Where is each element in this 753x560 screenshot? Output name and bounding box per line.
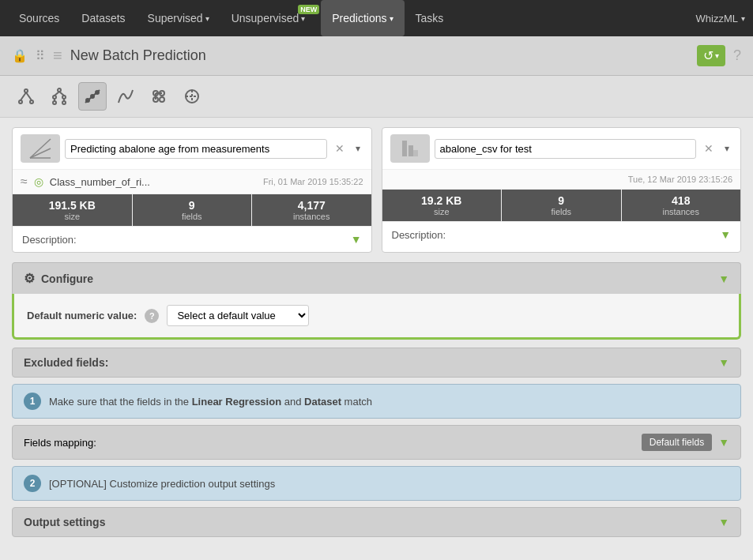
model-type-toolbar [0, 76, 753, 118]
model-description-toggle[interactable]: ▼ [351, 233, 362, 246]
configure-bar-left: ⚙ Configure [24, 271, 93, 286]
info-text-1: Make sure that the fields in the Linear … [49, 396, 372, 408]
dataset-fields-label: fields [505, 207, 618, 216]
nav-tasks[interactable]: Tasks [405, 0, 455, 36]
dataset-stats-row: 19.2 KB size 9 fields 418 instances [382, 190, 741, 222]
model-stats-row: 191.5 KB size 9 fields 4,177 instances [13, 194, 371, 227]
nav-predictions[interactable]: Predictions ▾ [321, 0, 404, 36]
info-bar-2: 2 [OPTIONAL] Customize prediction output… [12, 466, 741, 501]
svg-line-3 [21, 92, 26, 100]
fields-mapping-bar[interactable]: Fields mapping: Default fields ▼ [12, 425, 741, 460]
user-label: WhizzML [696, 13, 738, 24]
help-icon[interactable]: ? [145, 309, 159, 323]
help-icon[interactable]: ? [733, 47, 741, 64]
configure-content: Default numeric value: ? Select a defaul… [12, 294, 741, 340]
toolbar-curve[interactable] [111, 82, 140, 111]
toolbar-network[interactable] [12, 82, 40, 111]
dataset-clear-button[interactable]: ✕ [701, 142, 717, 155]
default-value-select[interactable]: Select a default value [167, 305, 309, 326]
main-content: ✕ ▾ ≈ ◎ Class_number_of_ri... Fri, 01 Ma… [0, 118, 753, 559]
step-number-1: 1 [24, 393, 41, 410]
dataset-stat-size: 19.2 KB size [382, 190, 503, 221]
dataset-info-row: Tue, 12 Mar 2019 23:15:26 [382, 170, 741, 190]
svg-point-15 [86, 99, 89, 102]
toolbar-tree[interactable] [45, 82, 73, 111]
dataset-dropdown-button[interactable]: ▾ [721, 143, 732, 154]
nav-predictions-label: Predictions [332, 12, 386, 24]
svg-line-10 [55, 92, 59, 96]
info-bar-1: 1 Make sure that the fields in the Linea… [12, 384, 741, 419]
model-stat-instances: 4,177 instances [252, 194, 371, 226]
configure-label: Configure [41, 272, 93, 285]
info-text-2: [OPTIONAL] Customize prediction output s… [49, 478, 275, 490]
toolbar-anomaly[interactable] [178, 82, 206, 111]
refresh-dropdown-icon: ▾ [715, 51, 719, 60]
dataset-stat-instances: 418 instances [622, 190, 741, 221]
output-settings-toggle[interactable]: ▼ [718, 516, 729, 528]
dataset-size-value: 19.2 KB [386, 194, 499, 207]
dataset-instances-value: 418 [625, 194, 738, 207]
model-select-input[interactable] [65, 139, 327, 159]
svg-line-27 [30, 139, 51, 158]
configure-gear-icon: ⚙ [24, 271, 35, 286]
linear-regression-bold: Linear Regression [192, 396, 281, 408]
fields-mapping-right: Default fields ▼ [642, 434, 729, 451]
fields-mapping-toggle[interactable]: ▼ [718, 436, 729, 449]
model-panel-header: ✕ ▾ [13, 128, 371, 170]
dataset-panel-header: ✕ ▾ [382, 128, 741, 170]
nav-unsupervised[interactable]: Unsupervised NEW ▾ [220, 0, 322, 36]
svg-line-4 [26, 92, 32, 100]
model-fields-label: fields [136, 212, 249, 221]
excluded-fields-bar[interactable]: Excluded fields: ▼ [12, 348, 741, 378]
svg-point-2 [30, 100, 33, 103]
step-number-2: 2 [24, 475, 41, 492]
model-info-icon: ≈ [21, 175, 28, 189]
model-info-row: ≈ ◎ Class_number_of_ri... Fri, 01 Mar 20… [13, 170, 371, 194]
model-dropdown-button[interactable]: ▾ [352, 143, 363, 154]
configure-section-bar[interactable]: ⚙ Configure ▼ [12, 262, 741, 294]
dataset-date: Tue, 12 Mar 2019 23:15:26 [628, 175, 732, 184]
model-size-value: 191.5 KB [16, 199, 129, 212]
svg-point-1 [19, 100, 22, 103]
dataset-select-input[interactable] [435, 139, 697, 159]
info-middle: and [281, 396, 304, 408]
dataset-description-toggle[interactable]: ▼ [720, 228, 731, 241]
output-settings-bar[interactable]: Output settings ▼ [12, 507, 741, 537]
refresh-button[interactable]: ↺ ▾ [697, 45, 725, 66]
model-description-row: Description: ▼ [13, 227, 371, 252]
svg-line-11 [59, 92, 64, 96]
info-before: Make sure that the fields in the [49, 396, 192, 408]
toolbar-cluster[interactable] [145, 82, 173, 111]
model-date: Fri, 01 Mar 2019 15:35:22 [263, 177, 363, 186]
svg-point-17 [96, 91, 99, 94]
dataset-panel: ✕ ▾ Tue, 12 Mar 2019 23:15:26 19.2 KB si… [382, 127, 742, 253]
user-dropdown-icon: ▾ [741, 14, 745, 23]
nav-datasets[interactable]: Datasets [70, 0, 136, 36]
excluded-fields-label: Excluded fields: [24, 356, 108, 369]
svg-point-9 [62, 101, 66, 104]
nav-datasets-label: Datasets [81, 12, 125, 24]
toolbar-regression[interactable] [78, 82, 107, 111]
model-clear-button[interactable]: ✕ [332, 142, 348, 155]
model-panel: ✕ ▾ ≈ ◎ Class_number_of_ri... Fri, 01 Ma… [12, 127, 372, 253]
refresh-icon: ↺ [703, 48, 713, 63]
svg-rect-32 [413, 150, 418, 156]
excluded-fields-toggle[interactable]: ▼ [718, 356, 729, 369]
nav-sources-label: Sources [19, 12, 59, 24]
nav-unsupervised-label: Unsupervised [232, 12, 299, 24]
default-fields-button[interactable]: Default fields [642, 434, 712, 451]
svg-point-7 [62, 96, 66, 99]
svg-point-5 [58, 88, 61, 92]
default-numeric-label: Default numeric value: [27, 310, 137, 321]
model-dataset-panels: ✕ ▾ ≈ ◎ Class_number_of_ri... Fri, 01 Ma… [12, 127, 741, 253]
title-bar-left: 🔒 ⠿ ≡ New Batch Prediction [12, 47, 206, 65]
model-stat-size: 191.5 KB size [13, 194, 133, 226]
configure-toggle-icon[interactable]: ▼ [718, 272, 729, 285]
user-menu[interactable]: WhizzML ▾ [696, 13, 745, 24]
model-fields-value: 9 [136, 199, 249, 212]
supervised-dropdown-icon: ▾ [205, 14, 209, 23]
nav-sources[interactable]: Sources [8, 0, 70, 36]
nav-supervised[interactable]: Supervised ▾ [137, 0, 220, 36]
dataset-thumbnail [390, 134, 430, 163]
dataset-description-row: Description: ▼ [382, 222, 741, 247]
